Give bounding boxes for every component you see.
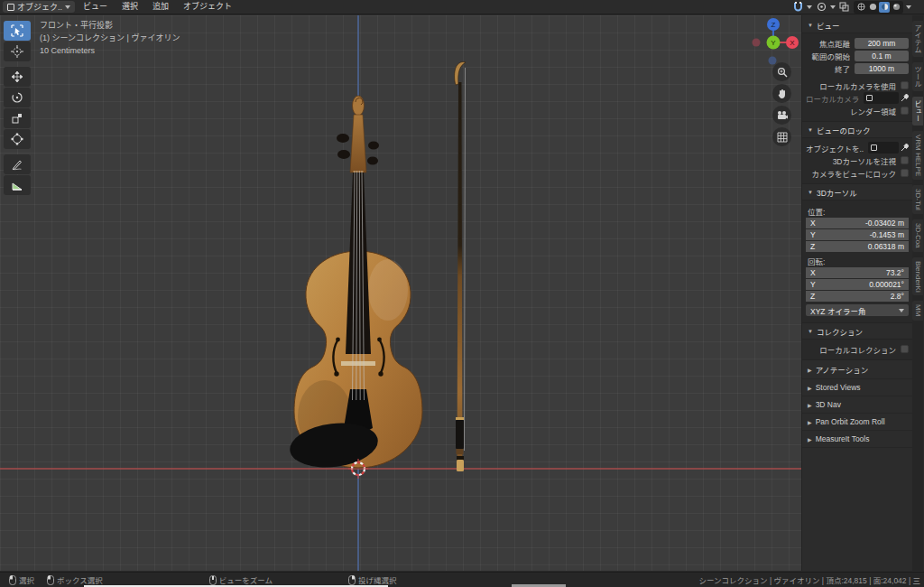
focal-length-field[interactable]: 200 mm <box>855 38 909 49</box>
render-region-checkbox[interactable] <box>901 107 909 115</box>
camera-view-icon[interactable] <box>772 106 791 125</box>
axis-value: 0.06318 m <box>868 242 904 251</box>
cursor-rot-y[interactable]: Y 0.000021° <box>806 279 909 290</box>
tab-tool[interactable]: ツール <box>912 62 923 91</box>
lock-camera-checkbox[interactable] <box>901 169 909 177</box>
snap-dropdown-icon[interactable] <box>807 5 812 9</box>
hint-box-select-label: ボックス選択 <box>57 574 103 585</box>
cursor-3d[interactable] <box>346 457 370 480</box>
section-collections-header[interactable]: ▼ コレクション <box>802 323 912 339</box>
viewport-overlay-text: フロント・平行投影 (1) シーンコレクション | ヴァイオリン 10 Cent… <box>40 19 180 57</box>
section-stored-views[interactable]: ▶ Stored Views <box>802 379 912 396</box>
zoom-icon[interactable] <box>772 62 791 81</box>
rotation-mode-dropdown[interactable]: XYZ オイラー角 <box>806 304 909 316</box>
clip-end-field[interactable]: 1000 m <box>855 63 909 74</box>
mouse-left-icon <box>9 575 16 585</box>
section-viewlock-body: オブジェクトを.. 3Dカーソルを注視 カメラをビューにロック <box>802 137 912 184</box>
section-3d-nav-title: 3D Nav <box>816 400 841 409</box>
focal-length-label: 焦点距離 <box>806 38 855 49</box>
tool-annotate[interactable] <box>4 154 31 174</box>
use-local-camera-checkbox[interactable] <box>901 81 909 89</box>
lock-cursor-checkbox[interactable] <box>901 156 909 164</box>
tool-shelf <box>4 21 31 195</box>
menu-view[interactable]: ビュー <box>77 1 114 13</box>
mode-dropdown[interactable]: オブジェク.. <box>3 1 75 13</box>
axis-letter: Z <box>810 292 815 301</box>
blender-window: オブジェク.. ビュー 選択 追加 オブジェクト <box>0 0 924 587</box>
gizmo-x-label: X <box>790 39 795 47</box>
section-measureit-tools[interactable]: ▶ MeasureIt Tools <box>802 431 912 448</box>
tool-select-box[interactable] <box>4 21 31 41</box>
tool-measure[interactable] <box>4 175 31 195</box>
pan-hand-icon[interactable] <box>772 84 791 103</box>
viewport-3d[interactable]: フロント・平行投影 (1) シーンコレクション | ヴァイオリン 10 Cent… <box>0 15 801 571</box>
tool-transform[interactable] <box>4 129 31 149</box>
section-3d-nav[interactable]: ▶ 3D Nav <box>802 396 912 414</box>
tool-cursor[interactable] <box>4 42 31 61</box>
tab-mm[interactable]: MM <box>912 301 923 320</box>
tab-item[interactable]: アイテム <box>912 21 923 57</box>
section-annotations[interactable]: ▶ アノテーション <box>802 360 912 379</box>
lock-object-label: オブジェクトを.. <box>806 143 868 154</box>
triangle-down-icon: ▼ <box>808 190 813 195</box>
section-annotations-title: アノテーション <box>816 364 869 375</box>
local-camera-field[interactable] <box>864 92 899 104</box>
hint-select-label: 選択 <box>19 574 34 585</box>
cursor-rot-x[interactable]: X 73.2° <box>806 267 909 278</box>
section-cursor-title: 3Dカーソル <box>817 187 857 198</box>
overlays-icon[interactable] <box>838 2 851 13</box>
tab-view[interactable]: ビュー <box>912 97 923 126</box>
snap-magnet-icon[interactable] <box>791 2 804 13</box>
menu-add[interactable]: 追加 <box>146 1 175 13</box>
axis-value: 0.000021° <box>869 280 904 289</box>
header-right-controls <box>791 1 924 14</box>
proportional-editing-icon[interactable] <box>815 2 827 13</box>
tab-3d-coa[interactable]: 3D-Coa <box>912 219 923 252</box>
shading-solid-icon[interactable] <box>867 2 878 13</box>
lock-object-field[interactable] <box>868 142 899 154</box>
shading-rendered-icon[interactable] <box>891 2 901 13</box>
cursor-loc-y[interactable]: Y -0.1453 m <box>806 229 909 240</box>
triangle-down-icon: ▼ <box>808 127 813 133</box>
section-viewlock-title: ビューのロック <box>817 125 871 135</box>
cursor-loc-z[interactable]: Z 0.06318 m <box>806 241 909 252</box>
tool-rotate[interactable] <box>4 88 31 107</box>
hint-lasso-select: 投げ縄選択 <box>348 574 397 585</box>
hint-box-select: ボックス選択 <box>47 574 103 585</box>
cursor-rotation-label: 回転: <box>802 253 912 267</box>
cursor-loc-x[interactable]: X -0.03402 m <box>806 218 909 228</box>
view-orientation-label: フロント・平行投影 <box>40 19 180 32</box>
axis-value: -0.1453 m <box>870 230 904 239</box>
grid-ortho-icon[interactable] <box>772 127 791 146</box>
triangle-right-icon: ▶ <box>808 419 812 425</box>
tab-3d-tul[interactable]: 3D-Tul <box>912 185 923 214</box>
local-collections-checkbox[interactable] <box>901 345 909 353</box>
tool-move[interactable] <box>4 67 31 87</box>
cursor-rot-z[interactable]: Z 2.8° <box>806 291 909 302</box>
axis-letter: Z <box>810 242 815 251</box>
section-pan-orbit-title: Pan Orbit Zoom Roll <box>816 417 885 426</box>
topbar: オブジェク.. ビュー 選択 追加 オブジェクト <box>0 0 924 14</box>
shading-mode-cluster <box>854 1 903 14</box>
violin-model[interactable] <box>280 60 478 484</box>
shading-material-icon[interactable] <box>879 2 890 13</box>
menu-select[interactable]: 選択 <box>116 1 144 13</box>
tab-vrm-helper[interactable]: VRM HELPE <box>912 131 923 180</box>
menu-object[interactable]: オブジェクト <box>177 1 238 13</box>
section-viewlock-header[interactable]: ▼ ビューのロック <box>802 122 912 137</box>
eyedropper-icon[interactable] <box>901 94 909 102</box>
section-measureit-title: MeasureIt Tools <box>816 434 870 443</box>
eyedropper-icon[interactable] <box>901 144 909 152</box>
camera-data-icon <box>866 95 873 101</box>
section-cursor-header[interactable]: ▼ 3Dカーソル <box>802 184 912 200</box>
section-view-header[interactable]: ▼ ビュー <box>802 17 912 33</box>
axis-value: 73.2° <box>886 268 904 277</box>
render-region-label: レンダー領域 <box>806 106 901 116</box>
proportional-dropdown-icon[interactable] <box>830 5 836 9</box>
shading-dropdown-icon[interactable] <box>906 5 911 9</box>
tab-blenderkit[interactable]: BlenderKi <box>912 257 923 296</box>
section-pan-orbit-zoom-roll[interactable]: ▶ Pan Orbit Zoom Roll <box>802 414 912 431</box>
shading-wireframe-icon[interactable] <box>855 2 866 13</box>
clip-start-field[interactable]: 0.1 m <box>855 51 909 61</box>
tool-scale[interactable] <box>4 108 31 128</box>
